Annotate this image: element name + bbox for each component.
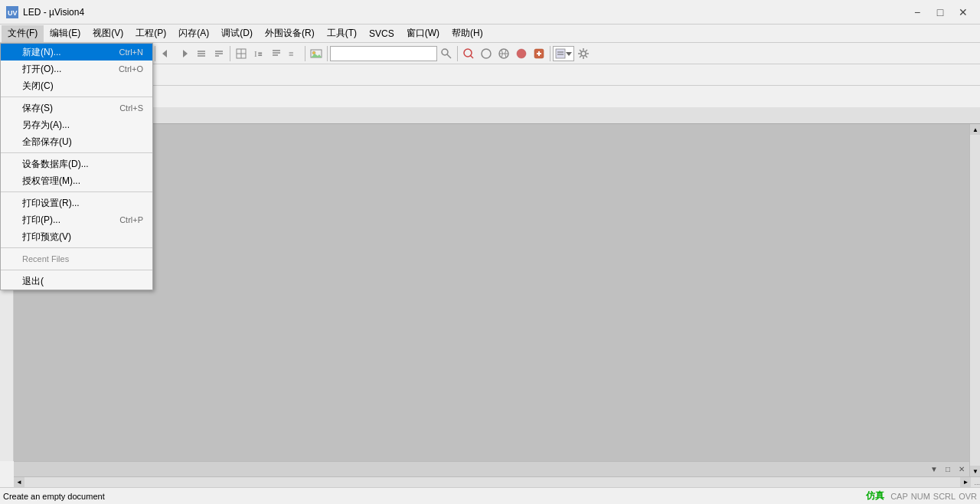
- menu-sep-5: [1, 270, 152, 270]
- toolbar-b10[interactable]: [495, 45, 512, 62]
- toolbar-sep-5: [305, 46, 305, 61]
- menu-print-item[interactable]: 打印(P)... Ctrl+P: [1, 211, 152, 228]
- scroll-down-arrow[interactable]: ▼: [970, 466, 980, 476]
- menu-save-label: 保存(S): [22, 102, 53, 115]
- svg-marker-19: [183, 50, 188, 57]
- svg-line-39: [447, 54, 451, 58]
- scroll-up-arrow[interactable]: ▲: [970, 124, 980, 135]
- menu-devicedb-label: 设备数据库(D)...: [22, 158, 89, 171]
- toolbar-nav3-btn[interactable]: [193, 45, 210, 62]
- toolbar-b5[interactable]: [233, 45, 250, 62]
- tab-bar: IRo ×: [14, 107, 980, 124]
- menu-printsetup-label: 打印设置(R)...: [22, 197, 80, 210]
- menu-window[interactable]: 窗口(W): [400, 25, 446, 42]
- toolbar-img-btn[interactable]: [308, 45, 325, 62]
- toolbar-b11[interactable]: [513, 45, 530, 62]
- right-scrollbar[interactable]: ▲ ▼: [969, 124, 980, 476]
- menu-new-label: 新建(N)...: [22, 46, 61, 59]
- menu-license-label: 授权管理(M)...: [22, 175, 80, 188]
- menu-sep-1: [1, 97, 152, 97]
- bottom-scrollbar[interactable]: ◄ ► ...: [14, 476, 980, 487]
- toolbar-sep-8: [550, 46, 550, 61]
- menu-open-shortcut: Ctrl+O: [119, 64, 143, 74]
- menu-print-label: 打印(P)...: [22, 214, 60, 227]
- maximize-button[interactable]: □: [929, 5, 951, 20]
- menu-debug[interactable]: 调试(D): [215, 25, 259, 42]
- status-bar: Create an empty document 仿真 CAP NUM SCRL…: [0, 487, 980, 504]
- toolbar-sep-6: [327, 46, 328, 61]
- toolbar-b7[interactable]: [268, 45, 285, 62]
- combo-arrow[interactable]: [566, 48, 572, 59]
- menu-svcs[interactable]: SVCS: [363, 25, 400, 42]
- svg-line-58: [580, 50, 582, 52]
- menu-new-item[interactable]: 新建(N)... Ctrl+N: [1, 44, 152, 61]
- file-dropdown-menu: 新建(N)... Ctrl+N 打开(O)... Ctrl+O 关闭(C) 保存…: [0, 43, 153, 290]
- toolbar-nav2-btn[interactable]: [175, 45, 192, 62]
- toolbar-sep-7: [457, 46, 458, 61]
- menu-close-item[interactable]: 关闭(C): [1, 77, 152, 94]
- toolbar-b6[interactable]: I≡: [250, 45, 267, 62]
- window-controls: − □ ✕: [906, 5, 974, 20]
- menu-exit-item[interactable]: 退出(: [1, 273, 152, 290]
- menu-open-label: 打开(O)...: [22, 63, 61, 76]
- panel-collapse-btn[interactable]: ▼: [928, 463, 940, 476]
- svg-line-61: [580, 55, 582, 57]
- menu-saveas-item[interactable]: 另存为(A)...: [1, 116, 152, 133]
- menu-tools[interactable]: 工具(T): [321, 25, 363, 42]
- toolbar-b12[interactable]: [531, 45, 547, 62]
- svg-marker-37: [311, 54, 322, 57]
- toolbar-b8[interactable]: ≡: [286, 45, 302, 62]
- status-right: 仿真 CAP NUM SCRL OVR: [866, 489, 977, 502]
- menu-file[interactable]: 文件(F): [2, 25, 44, 42]
- panel-expand-btn[interactable]: □: [942, 463, 954, 476]
- menu-project[interactable]: 工程(P): [129, 25, 172, 42]
- svg-point-53: [581, 51, 586, 56]
- svg-line-60: [586, 50, 588, 52]
- status-ovr: OVR: [959, 492, 977, 501]
- svg-text:I: I: [254, 49, 257, 58]
- toolbar-nav1-btn[interactable]: [158, 45, 175, 62]
- panel-close-btn2[interactable]: ✕: [956, 463, 968, 476]
- status-indicators: CAP NUM SCRL OVR: [890, 492, 977, 501]
- title-bar: UV LED - µVision4 − □ ✕: [0, 0, 980, 25]
- editor-area[interactable]: ▲ ▼ ▼ □ ✕: [14, 124, 980, 476]
- search-input[interactable]: [330, 46, 437, 61]
- close-button[interactable]: ✕: [952, 5, 974, 20]
- svg-text:UV: UV: [8, 9, 18, 17]
- toolbar-settings-btn[interactable]: [575, 45, 592, 62]
- toolbar-b9[interactable]: [478, 45, 495, 62]
- minimize-button[interactable]: −: [906, 5, 928, 20]
- menu-flash[interactable]: 闪存(A): [172, 25, 215, 42]
- menu-license-item[interactable]: 授权管理(M)...: [1, 172, 152, 189]
- menu-printpreview-label: 打印预览(V): [22, 231, 71, 244]
- menu-open-item[interactable]: 打开(O)... Ctrl+O: [1, 61, 152, 77]
- menu-printpreview-item[interactable]: 打印预览(V): [1, 228, 152, 245]
- status-cap: CAP: [890, 492, 908, 501]
- menu-peripherals[interactable]: 外围设备(R): [259, 25, 321, 42]
- menu-recentfiles-section: Recent Files: [1, 250, 152, 267]
- menu-save-item[interactable]: 保存(S) Ctrl+S: [1, 100, 152, 116]
- menu-view[interactable]: 视图(V): [87, 25, 129, 42]
- menu-printsetup-item[interactable]: 打印设置(R)...: [1, 195, 152, 211]
- toolbar-sep-4: [230, 46, 230, 61]
- svg-text:≡: ≡: [289, 49, 293, 58]
- panel-resize-handle[interactable]: ...: [974, 479, 980, 486]
- toolbar-nav4-btn[interactable]: [211, 45, 227, 62]
- menu-saveas-label: 另存为(A)...: [22, 119, 70, 132]
- menu-help[interactable]: 帮助(H): [446, 25, 489, 42]
- menu-edit[interactable]: 编辑(E): [44, 25, 87, 42]
- toolbar-search-btn[interactable]: [438, 45, 455, 62]
- toolbar-zoom-btn[interactable]: [460, 45, 477, 62]
- menu-saveall-item[interactable]: 全部保存(U): [1, 133, 152, 150]
- scroll-right-arrow[interactable]: ►: [960, 477, 971, 488]
- svg-point-45: [517, 49, 526, 58]
- svg-marker-52: [566, 52, 572, 56]
- svg-line-41: [470, 55, 473, 58]
- scroll-left-arrow[interactable]: ◄: [14, 477, 24, 488]
- svg-marker-18: [162, 50, 167, 57]
- editor-bottom-controls: ▼ □ ✕: [14, 461, 969, 476]
- menu-sep-2: [1, 152, 152, 153]
- menu-devicedb-item[interactable]: 设备数据库(D)...: [1, 155, 152, 172]
- menu-exit-label: 退出(: [22, 275, 44, 288]
- toolbar-sep-3: [155, 46, 155, 61]
